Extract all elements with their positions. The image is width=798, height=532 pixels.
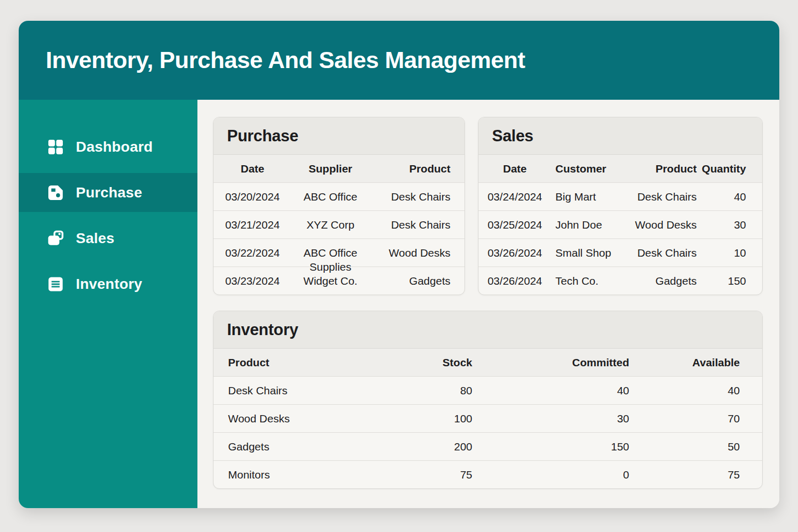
table-cell: Desk Chairs (369, 183, 450, 210)
table-cell: 03/20/2024 (214, 183, 291, 210)
table-cell: ABC Office (291, 183, 369, 210)
table-cell: 30 (472, 405, 629, 432)
table-row: 03/21/2024XYZ CorpDesk Chairs (214, 210, 464, 238)
table-cell: Gadgets (214, 433, 359, 460)
table-row: 03/20/2024ABC OfficeDesk Chairs (214, 182, 464, 210)
sidebar-item-purchase[interactable]: Purchase (19, 173, 197, 212)
column-header: Product (629, 155, 697, 182)
table-row: Monitors75075 (214, 460, 762, 488)
table-cell: Desk Chairs (629, 183, 697, 210)
app-body: DashboardPurchaseSalesInventory Purchase… (19, 100, 779, 508)
table-cell: Small Shop (551, 239, 629, 267)
table-cell: XYZ Corp (291, 211, 369, 238)
inventory-table: ProductStockCommittedAvailableDesk Chair… (214, 349, 762, 488)
sidebar-item-sales[interactable]: Sales (19, 219, 197, 258)
column-header: Supplier (291, 155, 369, 182)
page-title: Inventory, Purchase And Sales Management (46, 47, 525, 74)
table-header-row: DateSupplierProduct (214, 155, 464, 182)
table-cell: 80 (359, 377, 472, 404)
column-header: Committed (472, 349, 629, 376)
table-cell: 200 (359, 433, 472, 460)
column-header: Date (214, 155, 291, 182)
table-row: Desk Chairs804040 (214, 376, 762, 404)
table-cell: 10 (697, 239, 746, 267)
table-cell: 03/21/2024 (214, 211, 291, 238)
table-cell: Desk Chairs (369, 211, 450, 238)
purchase-card-header: Purchase (214, 117, 464, 155)
sales-table: DateCustomerProductQuantity03/24/2024Big… (478, 155, 762, 295)
table-cell: Desk Chairs (214, 377, 359, 404)
table-row: 03/26/2024Tech Co.Gadgets150 (478, 267, 762, 295)
table-cell: 0 (472, 461, 629, 488)
app-header: Inventory, Purchase And Sales Management (19, 21, 779, 100)
table-cell: Gadgets (369, 267, 450, 295)
top-cards-row: Purchase DateSupplierProduct03/20/2024AB… (213, 117, 763, 295)
table-cell: Tech Co. (551, 267, 629, 295)
table-cell: 50 (629, 433, 740, 460)
table-cell: 03/26/2024 (478, 267, 551, 295)
column-header: Quantity (697, 155, 746, 182)
table-cell: Big Mart (551, 183, 629, 210)
table-header-row: DateCustomerProductQuantity (478, 155, 762, 182)
inventory-card-title: Inventory (227, 321, 298, 339)
sidebar-item-label: Purchase (76, 184, 142, 201)
table-cell: 03/25/2024 (478, 211, 551, 238)
sales-card-title: Sales (492, 127, 534, 145)
table-cell: Monitors (214, 461, 359, 488)
column-header: Product (369, 155, 450, 182)
purchase-icon (46, 183, 65, 203)
table-cell: 30 (697, 211, 746, 238)
sidebar-item-label: Inventory (76, 276, 142, 292)
table-cell: 40 (697, 183, 746, 210)
table-cell: 150 (697, 267, 746, 295)
table-cell: John Doe (551, 211, 629, 238)
table-cell: 40 (629, 377, 740, 404)
sales-icon (46, 229, 65, 248)
app-window: Inventory, Purchase And Sales Management… (19, 21, 779, 508)
sales-table-card: Sales DateCustomerProductQuantity03/24/2… (478, 117, 763, 295)
table-cell: 40 (472, 377, 629, 404)
table-cell: Wood Desks (214, 405, 359, 432)
sales-card-header: Sales (478, 117, 762, 155)
column-header: Product (214, 349, 359, 376)
column-header: Date (478, 155, 551, 182)
column-header: Available (629, 349, 740, 376)
table-cell: 150 (472, 433, 629, 460)
sidebar-item-dashboard[interactable]: Dashboard (19, 127, 197, 166)
sidebar-item-inventory[interactable]: Inventory (19, 264, 197, 303)
inventory-icon (46, 274, 65, 294)
inventory-table-card: Inventory ProductStockCommittedAvailable… (213, 311, 763, 489)
sidebar-item-label: Sales (76, 230, 114, 247)
table-row: 03/24/2024Big MartDesk Chairs40 (478, 182, 762, 210)
table-cell: 03/23/2024 (214, 267, 291, 295)
table-cell: 75 (629, 461, 740, 488)
table-cell: 75 (359, 461, 472, 488)
table-cell: Wood Desks (629, 211, 697, 238)
table-cell: Gadgets (629, 267, 697, 295)
purchase-table: DateSupplierProduct03/20/2024ABC OfficeD… (214, 155, 464, 295)
table-cell: 100 (359, 405, 472, 432)
purchase-card-title: Purchase (227, 127, 298, 145)
table-row: Wood Desks1003070 (214, 404, 762, 432)
table-row: 03/26/2024Small ShopDesk Chairs10 (478, 238, 762, 267)
table-cell: 70 (629, 405, 740, 432)
table-cell: 03/24/2024 (478, 183, 551, 210)
table-row: Gadgets20015050 (214, 432, 762, 460)
main-content: Purchase DateSupplierProduct03/20/2024AB… (197, 100, 779, 508)
inventory-card-header: Inventory (214, 311, 762, 349)
sidebar: DashboardPurchaseSalesInventory (19, 100, 197, 508)
sidebar-item-label: Dashboard (76, 139, 153, 155)
column-header: Customer (551, 155, 629, 182)
dashboard-grid-icon (46, 137, 65, 157)
column-header: Stock (359, 349, 472, 376)
table-cell: Desk Chairs (629, 239, 697, 267)
table-header-row: ProductStockCommittedAvailable (214, 349, 762, 376)
table-cell: 03/26/2024 (478, 239, 551, 267)
purchase-table-card: Purchase DateSupplierProduct03/20/2024AB… (213, 117, 465, 295)
table-row: 03/22/2024ABC Office SuppliesWood Desks (214, 238, 464, 267)
table-row: 03/25/2024John DoeWood Desks30 (478, 210, 762, 238)
